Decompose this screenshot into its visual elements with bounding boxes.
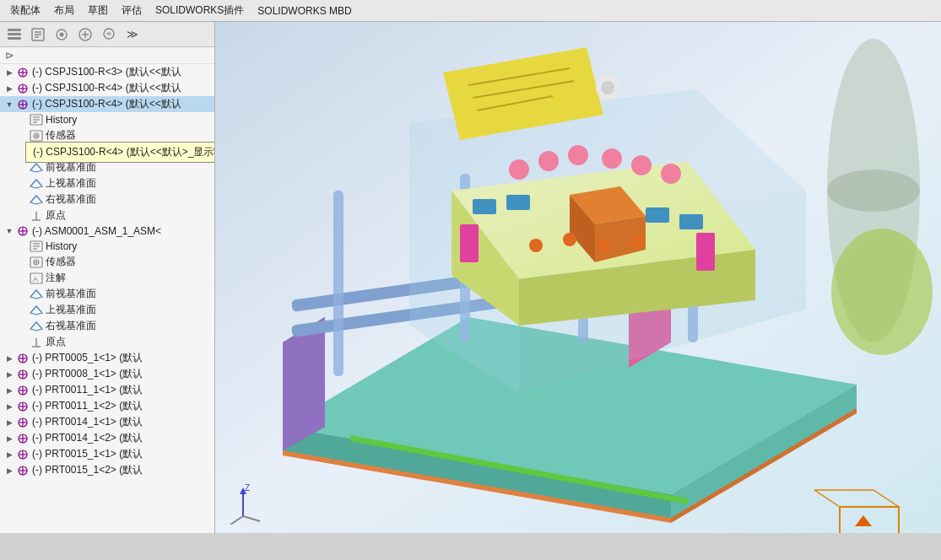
tree-item-18[interactable]: 原点 [0, 334, 214, 350]
svg-text:A: A [33, 275, 38, 283]
tree-item-4[interactable]: History [0, 112, 214, 127]
tree-item-10[interactable]: 原点 [0, 207, 214, 223]
tree-toggle-2[interactable]: ▶ [3, 83, 15, 94]
menu-assembly[interactable]: 装配体 [3, 2, 47, 19]
tree-label-1: (-) CSPJS100-R<3> (默认<<默认 [32, 65, 181, 79]
tree-item-20[interactable]: ▶(-) PRT0008_1<1> (默认 [0, 366, 214, 382]
tree-item-1[interactable]: ▶(-) CSPJS100-R<3> (默认<<默认 [0, 64, 214, 80]
property-btn[interactable] [27, 24, 49, 45]
tree-toggle-19[interactable]: ▶ [3, 353, 15, 364]
tree-toggle-21[interactable]: ▶ [3, 385, 15, 396]
tree-label-3: (-) CSPJS100-R<4> (默认<<默认 [32, 97, 181, 111]
tree-label-25: (-) PRT0015_1<1> (默认 [32, 447, 143, 461]
tree-label-10: 原点 [46, 208, 66, 223]
svg-rect-91 [333, 191, 343, 376]
tree-item-11[interactable]: ▼(-) ASM0001_ASM_1_ASM< [0, 223, 214, 239]
menu-layout[interactable]: 布局 [47, 2, 81, 19]
tree-toggle-4 [17, 114, 29, 126]
more-btn[interactable]: ≫ [122, 24, 143, 45]
tree-toggle-20[interactable]: ▶ [3, 369, 15, 380]
3d-viewport[interactable]: Z [215, 22, 941, 533]
svg-line-135 [230, 516, 243, 525]
svg-point-28 [35, 134, 38, 137]
axis-indicator: Z [222, 482, 264, 526]
menu-sw-plugin[interactable]: SOLIDWORKS插件 [149, 2, 251, 19]
tree-item-26[interactable]: ▶(-) PRT0015_1<2> (默认 [0, 462, 214, 478]
tree-label-26: (-) PRT0015_1<2> (默认 [32, 463, 143, 477]
tree-icon-plane [29, 320, 44, 333]
svg-marker-48 [30, 290, 42, 299]
tree-toggle-9 [17, 194, 29, 206]
tree-item-12[interactable]: History [0, 239, 214, 254]
svg-rect-1 [8, 33, 21, 35]
tree-toggle-10 [17, 210, 29, 222]
tree-toggle-14 [17, 272, 29, 284]
tree-item-2[interactable]: ▶(-) CSPJS100-R<4> (默认<<默认 [0, 80, 214, 96]
svg-point-109 [661, 164, 681, 184]
tree-toggle-1[interactable]: ▶ [3, 67, 15, 78]
tree-toggle-7 [17, 162, 29, 174]
tree-label-16: 上视基准面 [46, 303, 96, 317]
tree-item-15[interactable]: 前视基准面 [0, 286, 214, 302]
tree-icon-sensor [29, 256, 44, 269]
tree-item-25[interactable]: ▶(-) PRT0015_1<1> (默认 [0, 446, 214, 462]
color-btn[interactable] [98, 24, 120, 45]
svg-rect-110 [473, 199, 496, 214]
tree-label-21: (-) PRT0011_1<1> (默认 [32, 383, 143, 397]
tree-toggle-11[interactable]: ▼ [3, 225, 15, 237]
svg-point-108 [631, 155, 652, 175]
tree-toggle-25[interactable]: ▶ [3, 449, 15, 460]
tree-item-23[interactable]: ▶(-) PRT0014_1<1> (默认 [0, 414, 214, 430]
svg-point-106 [568, 145, 588, 165]
menu-sw-mbd[interactable]: SOLIDWORKS MBD [251, 3, 358, 19]
tree-toggle-24[interactable]: ▶ [3, 433, 15, 444]
svg-point-105 [538, 151, 559, 171]
tree-label-14: 注解 [46, 271, 66, 285]
filter-icon: ⊳ [5, 49, 14, 62]
tree-icon-sensor [29, 129, 44, 143]
tree-icon-annotation: A [29, 272, 44, 285]
tree-item-19[interactable]: ▶(-) PRT0005_1<1> (默认 [0, 350, 214, 366]
tree-label-11: (-) ASM0001_ASM_1_ASM< [32, 225, 161, 237]
tree-view-btn[interactable] [3, 24, 25, 45]
svg-rect-112 [646, 207, 669, 223]
tree-item-3[interactable]: ▼(-) CSPJS100-R<4> (默认<<默认 [0, 96, 214, 112]
tree-toggle-22[interactable]: ▶ [3, 401, 15, 412]
svg-point-126 [831, 229, 933, 355]
tree-toggle-13 [17, 256, 29, 268]
tree-item-21[interactable]: ▶(-) PRT0011_1<1> (默认 [0, 382, 214, 398]
tree-icon-undefined [15, 224, 30, 238]
svg-marker-49 [30, 306, 42, 315]
tree-icon-plane [29, 177, 44, 191]
tree-label-13: 传感器 [46, 255, 76, 269]
tree-label-8: 上视基准面 [46, 176, 96, 191]
tree-toggle-23[interactable]: ▶ [3, 417, 15, 428]
svg-point-116 [529, 239, 543, 252]
tree-item-8[interactable]: 上视基准面 [0, 175, 214, 191]
tree-icon-undefined [15, 384, 30, 397]
tree-toggle-17 [17, 320, 29, 332]
tree-label-5: 传感器 [46, 128, 76, 143]
tree-label-4: History [46, 114, 77, 126]
svg-point-45 [35, 261, 38, 263]
tree-item-13[interactable]: 传感器 [0, 254, 214, 270]
menu-sketch[interactable]: 草图 [81, 2, 115, 19]
tree-item-14[interactable]: A注解 [0, 270, 214, 286]
tree-item-24[interactable]: ▶(-) PRT0014_1<2> (默认 [0, 430, 214, 446]
plus-btn[interactable] [74, 24, 96, 45]
tree-icon-undefined [15, 66, 30, 79]
menu-evaluate[interactable]: 评估 [115, 2, 149, 19]
config-btn[interactable] [51, 24, 73, 45]
svg-point-107 [602, 148, 622, 169]
tooltip: (-) CSPJS100-R<4> (默认<<默认>_显示状态 1 >) [25, 142, 215, 163]
tree-item-17[interactable]: 右视基准面 [0, 318, 214, 334]
tree-icon-history [29, 113, 44, 127]
svg-marker-50 [30, 322, 42, 331]
tree-toggle-15 [17, 288, 29, 300]
tree-item-16[interactable]: 上视基准面 [0, 302, 214, 318]
tree-toggle-26[interactable]: ▶ [3, 465, 15, 477]
tree-toggle-3[interactable]: ▼ [3, 99, 15, 110]
tree-item-22[interactable]: ▶(-) PRT0011_1<2> (默认 [0, 398, 214, 414]
svg-point-117 [563, 233, 576, 246]
tree-item-9[interactable]: 右视基准面 [0, 191, 214, 207]
